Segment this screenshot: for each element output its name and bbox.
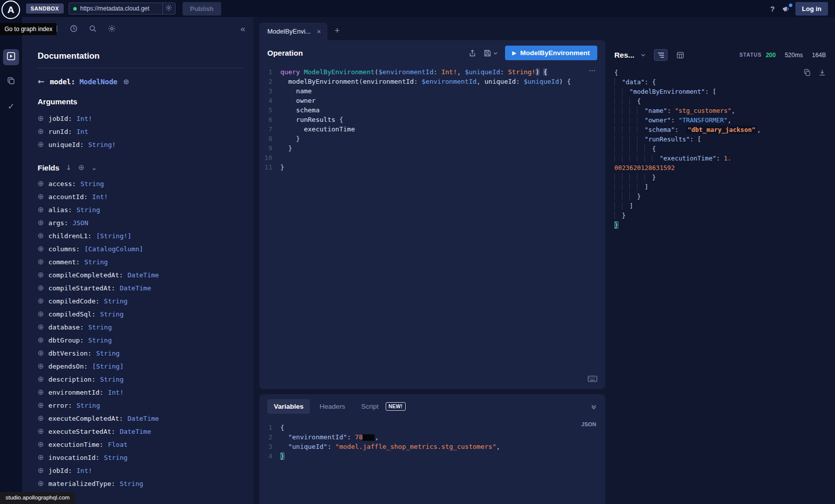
collapse-panel-icon[interactable] [590, 403, 597, 410]
field-item[interactable]: ⊕compiledSql:String [38, 307, 243, 320]
rail-explorer-button[interactable] [3, 49, 19, 65]
operation-menu-icon[interactable]: ⋯ [589, 66, 596, 74]
field-item[interactable]: ⊕dependsOn:[String] [38, 360, 243, 373]
variables-editor[interactable]: 1{2 "environmentId": 78,3 "uniqueId": "m… [259, 421, 605, 461]
field-type[interactable]: String [88, 323, 112, 331]
field-type[interactable]: Int [77, 128, 88, 135]
field-item[interactable]: ⊕args:JSON [38, 216, 243, 229]
field-type[interactable]: String [100, 376, 124, 383]
add-to-query-icon[interactable]: ⊕ [38, 375, 44, 384]
field-item[interactable]: ⊕compiledCode:String [38, 294, 243, 307]
field-item[interactable]: ⊕executionTime:Float [38, 438, 243, 451]
field-type[interactable]: String [96, 350, 120, 357]
field-type[interactable]: Int! [92, 193, 108, 201]
add-to-query-icon[interactable]: ⊕ [38, 309, 44, 318]
rail-schema-button[interactable] [3, 74, 19, 90]
add-to-query-icon[interactable]: ⊕ [38, 388, 44, 397]
field-type[interactable]: String [100, 310, 124, 318]
operation-tab[interactable]: ModelByEnvi... × [259, 23, 327, 40]
add-fields-icon[interactable]: ⊕ [78, 163, 85, 172]
crumb-type[interactable]: ModelNode [79, 78, 117, 86]
field-item[interactable]: ⊕comment:String [38, 255, 243, 268]
field-type[interactable]: DateTime [127, 415, 159, 422]
settings-gear-icon[interactable] [108, 25, 116, 33]
add-to-query-icon[interactable]: ⊕ [38, 179, 44, 188]
field-type[interactable]: DateTime [120, 284, 151, 292]
tab-headers[interactable]: Headers [313, 399, 352, 414]
add-to-query-icon[interactable]: ⊕ [38, 479, 44, 488]
field-item[interactable]: ⊕dbtVersion:String [38, 347, 243, 360]
add-to-query-icon[interactable]: ⊕ [38, 335, 44, 345]
new-tab-button[interactable]: + [335, 26, 340, 36]
add-to-query-icon[interactable]: ⊕ [38, 231, 44, 240]
field-type[interactable]: String [88, 337, 112, 344]
field-item[interactable]: ⊕jobId:Int! [38, 464, 243, 477]
field-item[interactable]: ⊕invocationId:String [38, 451, 243, 464]
field-type[interactable]: [String!] [96, 232, 131, 240]
chevron-down-icon[interactable]: ⌄ [91, 163, 97, 172]
sort-icon[interactable]: ↓ [66, 163, 72, 172]
apollo-logo[interactable]: A [2, 1, 20, 19]
download-response-icon[interactable] [818, 69, 826, 76]
field-item[interactable]: ⊕executeCompletedAt:DateTime [38, 412, 243, 425]
field-item[interactable]: ⊕materializedType:String [38, 477, 243, 490]
add-to-query-icon[interactable]: ⊕ [38, 349, 44, 358]
field-type[interactable]: String [80, 180, 104, 188]
field-type[interactable]: Int! [77, 467, 92, 474]
help-icon[interactable]: ? [768, 5, 777, 13]
add-to-query-icon[interactable]: ⊕ [38, 218, 44, 227]
connection-settings-button[interactable] [162, 3, 176, 15]
field-type[interactable]: String [84, 258, 108, 266]
response-json-viewer[interactable]: { "data": { "modelByEnvironment": [ { "n… [614, 68, 826, 230]
save-operation-button[interactable] [483, 49, 498, 57]
field-type[interactable]: String [77, 402, 100, 409]
close-tab-icon[interactable]: × [317, 28, 321, 35]
field-type[interactable]: Float [108, 441, 127, 448]
add-to-query-icon[interactable]: ⊕ [38, 427, 44, 436]
tab-script[interactable]: Script [355, 399, 382, 414]
field-item[interactable]: ⊕accountId:Int! [38, 190, 243, 203]
field-type[interactable]: String! [88, 141, 116, 148]
argument-item[interactable]: ⊕jobId:Int! [38, 112, 243, 125]
collapse-sidebar-icon[interactable]: « [241, 25, 245, 33]
field-item[interactable]: ⊕access:String [38, 177, 243, 190]
field-item[interactable]: ⊕environmentId:Int! [38, 386, 243, 399]
field-item[interactable]: ⊕compileCompletedAt:DateTime [38, 268, 243, 281]
argument-item[interactable]: ⊕uniqueId:String! [38, 138, 243, 151]
field-item[interactable]: ⊕childrenL1:[String!] [38, 229, 243, 242]
add-to-query-icon[interactable]: ⊕ [38, 466, 44, 475]
field-item[interactable]: ⊕executeStartedAt:DateTime [38, 425, 243, 438]
add-to-query-icon[interactable]: ⊕ [38, 296, 44, 305]
argument-item[interactable]: ⊕runId:Int [38, 125, 243, 138]
field-type[interactable]: String [120, 480, 143, 487]
field-type[interactable]: String [77, 206, 100, 214]
field-item[interactable]: ⊕description:String [38, 373, 243, 386]
publish-button[interactable]: Publish [183, 2, 221, 16]
field-item[interactable]: ⊕columns:[CatalogColumn] [38, 242, 243, 255]
endpoint-url-input[interactable]: https://metadata.cloud.get [69, 3, 163, 15]
field-item[interactable]: ⊕error:String [38, 399, 243, 412]
add-to-query-icon[interactable]: ⊕ [38, 362, 44, 371]
history-icon[interactable] [70, 25, 78, 33]
add-all-fields-icon[interactable]: ⊕ [123, 77, 129, 86]
table-view-toggle[interactable] [677, 52, 684, 59]
field-item[interactable]: ⊕database:String [38, 320, 243, 333]
field-item[interactable]: ⊕alias:String [38, 203, 243, 216]
field-type[interactable]: String [104, 454, 127, 461]
share-icon[interactable] [468, 49, 476, 57]
field-type[interactable]: [String] [92, 363, 124, 370]
back-arrow-icon[interactable]: ← [38, 77, 44, 86]
add-to-query-icon[interactable]: ⊕ [38, 440, 44, 449]
add-to-query-icon[interactable]: ⊕ [38, 257, 44, 266]
field-type[interactable]: DateTime [120, 428, 151, 435]
field-type[interactable]: Int! [77, 115, 92, 122]
add-to-query-icon[interactable]: ⊕ [38, 322, 44, 331]
field-type[interactable]: [CatalogColumn] [84, 245, 143, 253]
search-icon[interactable] [89, 25, 97, 33]
field-type[interactable]: DateTime [127, 271, 159, 279]
operation-editor[interactable]: 1query ModelByEnvironment($environmentId… [259, 65, 605, 172]
field-type[interactable]: JSON [73, 219, 88, 227]
keyboard-shortcuts-icon[interactable] [588, 375, 597, 384]
add-to-query-icon[interactable]: ⊕ [38, 114, 44, 123]
add-to-query-icon[interactable]: ⊕ [38, 401, 44, 410]
